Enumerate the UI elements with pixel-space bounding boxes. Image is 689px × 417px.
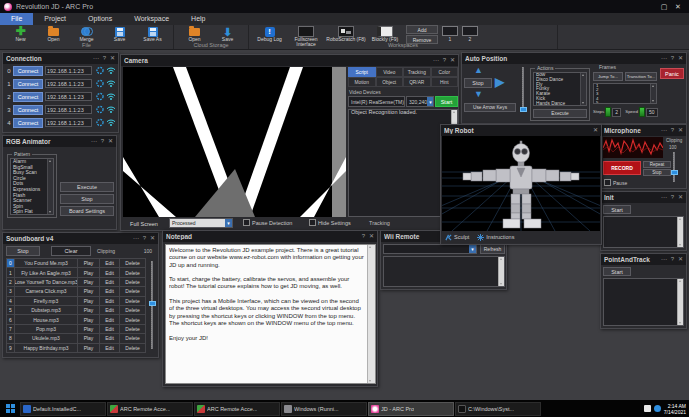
delete-button[interactable]: Delete [120, 259, 146, 267]
close-icon[interactable]: ✕ [369, 231, 374, 242]
pause-detection-checkbox[interactable]: Pause Detection [243, 219, 292, 226]
help-icon[interactable]: ? [101, 136, 104, 147]
workspace-2-button[interactable]: 2 [462, 26, 478, 42]
tab-object[interactable]: Object [376, 77, 404, 87]
actions-list[interactable]: Bow Disco Dance Fly Funky Karate Kick Ha… [533, 72, 587, 106]
panel-menu-icon[interactable]: ⋯ [661, 125, 667, 136]
panic-button[interactable]: Panic [660, 68, 684, 79]
start-camera-button[interactable]: Start [435, 96, 458, 107]
stop-button[interactable]: Stop [464, 78, 492, 88]
record-button[interactable]: RECORD [603, 161, 641, 175]
edit-button[interactable]: Edit [100, 325, 120, 333]
tab-motion[interactable]: Motion [348, 77, 376, 87]
help-icon[interactable]: ? [671, 192, 674, 203]
open-button[interactable]: Open [37, 26, 70, 42]
help-icon[interactable]: ? [103, 53, 106, 64]
wii-device-dropdown[interactable]: ▾ [383, 244, 477, 254]
panel-menu-icon[interactable]: ⋯ [91, 136, 97, 147]
instructions-button[interactable]: Instructions [477, 234, 514, 241]
scan-icon[interactable] [95, 79, 105, 88]
ip-address-field[interactable]: 192.168.1.1:23 [45, 66, 92, 75]
close-icon[interactable]: ✕ [108, 136, 113, 147]
close-icon[interactable]: ✕ [593, 125, 598, 136]
add-workspace-button[interactable]: Add [406, 25, 438, 34]
delete-button[interactable]: Delete [120, 297, 146, 305]
refresh-button[interactable]: Refresh [480, 244, 505, 254]
tray-icon[interactable] [654, 405, 661, 412]
scrollbar[interactable] [498, 257, 504, 286]
play-button[interactable]: Play [78, 259, 100, 267]
wifi-icon[interactable] [106, 79, 116, 88]
sculpt-button[interactable]: Sculpt [445, 234, 469, 241]
execute-action-button[interactable]: Execute [533, 109, 587, 118]
save-button[interactable]: Save [103, 26, 136, 42]
close-icon[interactable]: ✕ [678, 192, 683, 203]
panel-menu-icon[interactable]: ⋯ [661, 192, 667, 203]
taskbar-item[interactable]: ARC Remote Acce... [194, 402, 280, 416]
scrollbar[interactable] [580, 73, 586, 105]
processed-dropdown[interactable]: Processed▾ [169, 218, 233, 228]
workspace-1-button[interactable]: 1 [442, 26, 458, 42]
close-button[interactable]: ✕ [671, 0, 685, 13]
edit-button[interactable]: Edit [100, 278, 120, 286]
delete-button[interactable]: Delete [120, 334, 146, 342]
tab-tracking[interactable]: Tracking [403, 67, 431, 77]
scrollbar[interactable] [650, 84, 656, 103]
help-icon[interactable]: ? [443, 55, 446, 66]
close-icon[interactable]: ✕ [150, 233, 155, 244]
delete-button[interactable]: Delete [120, 306, 146, 314]
edit-button[interactable]: Edit [100, 287, 120, 295]
play-button[interactable]: Play [78, 268, 100, 276]
hide-settings-checkbox[interactable]: Hide Settings [309, 219, 351, 226]
list-item[interactable]: Hands Dance [534, 102, 586, 106]
new-button[interactable]: ✚New [4, 26, 37, 42]
ip-address-field[interactable]: 192.168.1.1:23 [45, 92, 92, 101]
panel-menu-icon[interactable]: ⋯ [661, 53, 667, 64]
clock[interactable]: 2:14 AM 7/14/2021 [664, 403, 686, 415]
play-button[interactable]: Play [78, 325, 100, 333]
edit-button[interactable]: Edit [100, 315, 120, 323]
panel-menu-icon[interactable]: ⋯ [661, 254, 667, 265]
delete-button[interactable]: Delete [120, 287, 146, 295]
scan-icon[interactable] [95, 118, 105, 127]
scrollbar[interactable] [367, 245, 375, 383]
close-icon[interactable]: ✕ [678, 125, 683, 136]
speed-slider[interactable] [522, 67, 524, 112]
tab-script[interactable]: Script [348, 67, 376, 77]
wifi-icon[interactable] [106, 66, 116, 75]
delete-button[interactable]: Delete [120, 278, 146, 286]
ip-address-field[interactable]: 192.168.1.1:23 [45, 118, 92, 127]
delete-button[interactable]: Delete [120, 344, 146, 352]
stop-button[interactable]: Stop [643, 169, 671, 176]
scan-icon[interactable] [95, 66, 105, 75]
resolution-dropdown[interactable]: 320,240▾ [406, 96, 434, 107]
pattern-list[interactable]: Alarm BigSmall Busy Scan Circle Dots Exp… [10, 158, 54, 215]
edit-button[interactable]: Edit [100, 334, 120, 342]
slider-thumb[interactable] [520, 107, 527, 112]
panel-menu-icon[interactable]: ⋯ [93, 53, 99, 64]
jump-to-button[interactable]: Jump To... [593, 72, 623, 81]
use-arrow-keys-toggle[interactable]: Use Arrow Keys [464, 103, 516, 112]
slider-thumb[interactable] [149, 301, 156, 306]
play-button[interactable]: Play [78, 297, 100, 305]
video-device-dropdown[interactable]: Intel(R) RealSense(TM)▾ [348, 96, 405, 107]
frames-list[interactable]: 1 2 3 4 5 [593, 83, 657, 104]
play-button[interactable]: Play [78, 344, 100, 352]
cloud-open-button[interactable]: Open [178, 26, 211, 42]
pause-checkbox[interactable]: Pause [604, 179, 627, 186]
tab-video[interactable]: Video [376, 67, 404, 77]
scrollbar[interactable] [677, 279, 683, 325]
execute-button[interactable]: Execute [60, 182, 114, 192]
taskbar-item[interactable]: Default.InstalledC... [20, 402, 106, 416]
tab-help[interactable]: Help [180, 13, 216, 25]
connect-button[interactable]: Connect [13, 105, 43, 115]
steps-value[interactable]: 2 [612, 108, 621, 117]
help-icon[interactable]: ? [362, 231, 365, 242]
steps-slider-icon[interactable] [605, 107, 611, 117]
tab-options[interactable]: Options [77, 13, 123, 25]
scan-icon[interactable] [95, 92, 105, 101]
taskbar-item[interactable]: ARC Remote Acce... [107, 402, 193, 416]
merge-button[interactable]: Merge [70, 26, 103, 42]
help-icon[interactable]: ? [671, 53, 674, 64]
close-icon[interactable]: ✕ [678, 53, 683, 64]
